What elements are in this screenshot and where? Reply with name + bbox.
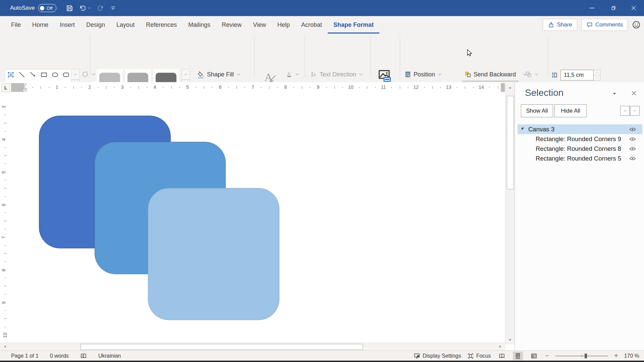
- chevron-down-icon: [595, 76, 599, 79]
- triangle-left-icon: [3, 345, 7, 349]
- zoom-level[interactable]: 170 %: [624, 353, 639, 359]
- send-backward-button[interactable]: Send Backward: [465, 69, 527, 80]
- tab-insert[interactable]: Insert: [54, 16, 80, 34]
- close-button[interactable]: [623, 0, 644, 16]
- tab-home[interactable]: Home: [26, 16, 54, 34]
- shape-height-icon: [551, 72, 558, 78]
- web-layout-button[interactable]: [529, 352, 539, 360]
- text-box-shape-button[interactable]: A: [5, 69, 16, 80]
- language-indicator[interactable]: Ukrainian: [98, 353, 121, 359]
- tab-design[interactable]: Design: [80, 16, 111, 34]
- document-area: L 1234567891011121314 345678910: [0, 82, 515, 350]
- print-layout-icon: [515, 353, 521, 359]
- shape-fill-button[interactable]: Shape Fill: [197, 69, 241, 80]
- tab-selector[interactable]: L: [1, 83, 10, 92]
- vruler-number: 6: [1, 203, 6, 206]
- horizontal-ruler[interactable]: 1234567891011121314: [11, 83, 505, 92]
- selection-tree-item-canvas-3[interactable]: Canvas 3: [518, 124, 642, 134]
- edit-shape-icon: [82, 71, 89, 78]
- read-mode-button[interactable]: [497, 352, 507, 360]
- autosave-toggle-knob: [40, 6, 44, 10]
- quick-access-more-icon[interactable]: [110, 5, 116, 11]
- pane-options-icon[interactable]: [611, 92, 618, 96]
- scroll-right-button[interactable]: [496, 343, 504, 350]
- vruler-number: 4: [1, 138, 6, 141]
- shape-fill-label: Shape Fill: [207, 71, 234, 78]
- vertical-scrollbar[interactable]: [505, 83, 515, 345]
- autosave-toggle[interactable]: Off: [38, 4, 56, 12]
- arrow-shape-button[interactable]: [27, 69, 38, 80]
- tab-acrobat[interactable]: Acrobat: [296, 16, 328, 34]
- line-shape-button[interactable]: [16, 69, 27, 80]
- tab-file[interactable]: File: [5, 16, 26, 34]
- horizontal-scrollbar[interactable]: [0, 343, 505, 351]
- position-icon: [405, 71, 411, 78]
- zoom-out-button[interactable]: −: [545, 352, 549, 360]
- tab-mailings[interactable]: Mailings: [182, 16, 216, 34]
- hide-all-button[interactable]: Hide All: [554, 104, 587, 117]
- rounded-rectangle-light-blue[interactable]: [148, 188, 279, 320]
- feedback-smiley-icon[interactable]: [632, 20, 641, 29]
- oval-shape-button[interactable]: [49, 69, 60, 80]
- arrow-shape-icon: [29, 71, 37, 79]
- pane-close-icon[interactable]: [631, 90, 637, 96]
- reorder-down-button[interactable]: [630, 106, 640, 116]
- shape-height-input[interactable]: 11,5 cm: [560, 70, 594, 80]
- height-spin-down-button[interactable]: [594, 75, 600, 80]
- visibility-eye-icon[interactable]: [629, 127, 636, 132]
- tab-review[interactable]: Review: [216, 16, 247, 34]
- selection-tree-item-rectangle-rounded-corners-8[interactable]: Rectangle: Rounded Corners 8: [518, 144, 642, 154]
- tab-view[interactable]: View: [247, 16, 272, 34]
- visibility-eye-icon[interactable]: [629, 146, 636, 151]
- expand-collapse-icon[interactable]: [521, 127, 525, 131]
- redo-icon: [97, 4, 104, 12]
- scroll-up-button[interactable]: [505, 83, 515, 93]
- word-count[interactable]: 0 words: [50, 353, 69, 359]
- tab-shape-format[interactable]: Shape Format: [328, 16, 379, 34]
- visibility-eye-icon[interactable]: [629, 137, 636, 141]
- selection-tree-item-rectangle-rounded-corners-5[interactable]: Rectangle: Rounded Corners 5: [518, 154, 642, 163]
- focus-button[interactable]: Focus: [467, 353, 491, 359]
- visibility-eye-icon[interactable]: [629, 156, 636, 161]
- screen-edge: [0, 361, 644, 362]
- share-button[interactable]: Share: [543, 19, 577, 31]
- restore-button[interactable]: [602, 0, 623, 16]
- scroll-down-button[interactable]: [505, 335, 515, 345]
- chevron-down-icon: [295, 72, 300, 77]
- position-button[interactable]: Position: [405, 69, 442, 80]
- height-spin-up-button[interactable]: [594, 70, 600, 75]
- proofing-errors-icon[interactable]: [80, 353, 87, 359]
- vertical-scroll-thumb[interactable]: [507, 96, 514, 189]
- save-icon[interactable]: [66, 4, 73, 12]
- zoom-slider[interactable]: [555, 356, 608, 356]
- minimize-button[interactable]: [582, 0, 602, 16]
- print-layout-button[interactable]: [513, 352, 523, 360]
- comments-icon: [586, 21, 593, 28]
- comments-button[interactable]: Comments: [581, 19, 628, 31]
- vertical-ruler[interactable]: 345678910: [1, 94, 9, 342]
- scroll-left-button[interactable]: [1, 343, 9, 350]
- undo-icon[interactable]: [79, 4, 87, 12]
- chevron-down-icon: [437, 72, 442, 77]
- rounded-rectangle-shape-button[interactable]: [60, 69, 71, 80]
- gallery-scroll-up-button[interactable]: [71, 69, 79, 80]
- zoom-slider-thumb[interactable]: [585, 354, 587, 358]
- horizontal-scroll-thumb[interactable]: [80, 344, 363, 350]
- styles-scroll-up-button[interactable]: [181, 69, 190, 80]
- indent-markers: [22, 83, 27, 92]
- page-indicator[interactable]: Page 1 of 1: [11, 353, 39, 359]
- rectangle-shape-button[interactable]: [38, 69, 49, 80]
- tab-help[interactable]: Help: [272, 16, 296, 34]
- display-settings-label: Display Settings: [423, 353, 461, 359]
- selection-tree-item-rectangle-rounded-corners-9[interactable]: Rectangle: Rounded Corners 9: [518, 134, 642, 144]
- tab-references[interactable]: References: [140, 16, 182, 34]
- display-settings-button[interactable]: Display Settings: [414, 353, 461, 359]
- vruler-number: 3: [1, 106, 6, 108]
- autosave-label: AutoSave: [10, 5, 35, 11]
- tab-layout[interactable]: Layout: [111, 16, 140, 34]
- document-canvas[interactable]: [10, 93, 505, 343]
- zoom-in-button[interactable]: +: [614, 352, 618, 360]
- undo-dropdown-icon[interactable]: [87, 6, 91, 10]
- reorder-up-button[interactable]: [620, 106, 630, 116]
- show-all-button[interactable]: Show All: [521, 104, 553, 117]
